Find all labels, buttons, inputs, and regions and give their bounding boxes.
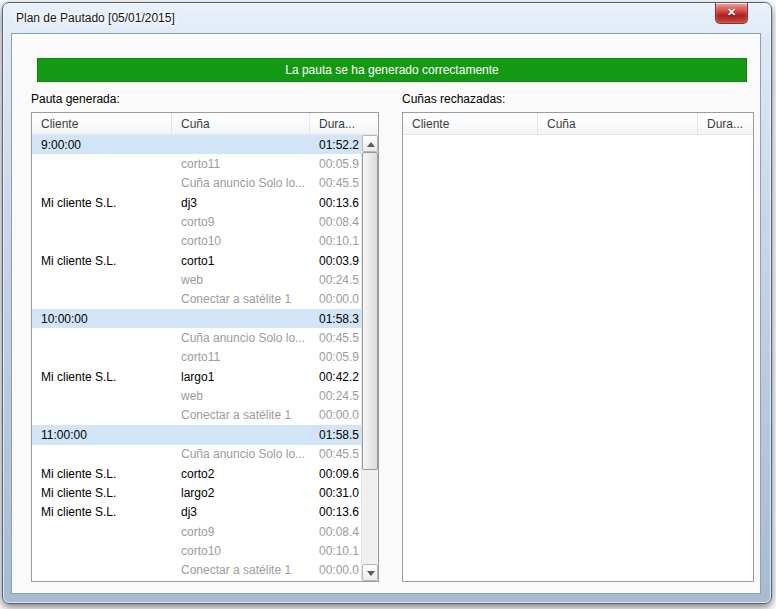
cell-cuna: corto9 bbox=[172, 525, 310, 539]
table-row[interactable]: corto9 00:08.4 bbox=[32, 212, 361, 231]
close-button[interactable]: ✕ bbox=[715, 3, 748, 24]
table-row[interactable]: 9:00:00 01:52.2 bbox=[32, 135, 361, 154]
table-row[interactable]: corto10 00:10.1 bbox=[32, 541, 361, 560]
table-row[interactable]: corto11 00:05.9 bbox=[32, 348, 361, 367]
column-header-cuna[interactable]: Cuña bbox=[172, 113, 310, 134]
table-row[interactable]: 11:00:00 01:58.5 bbox=[32, 425, 361, 444]
cell-cliente: Mi cliente S.L. bbox=[32, 370, 172, 384]
cell-duracion: 00:31.0 bbox=[310, 486, 361, 500]
cell-duracion: 00:45.5 bbox=[310, 447, 361, 461]
cell-cuna: dj3 bbox=[172, 505, 310, 519]
column-header-cliente[interactable]: Cliente bbox=[403, 113, 538, 134]
table-row[interactable]: Mi cliente S.L. largo2 00:31.0 bbox=[32, 483, 361, 502]
cell-cuna: Conectar a satélite 1 bbox=[172, 292, 310, 306]
cell-cliente: 10:00:00 bbox=[32, 312, 172, 326]
cell-cliente: 9:00:00 bbox=[32, 138, 172, 152]
cell-duracion: 00:13.6 bbox=[310, 505, 361, 519]
success-message: La pauta se ha generado correctamente bbox=[285, 63, 498, 77]
table-row[interactable]: web 00:24.5 bbox=[32, 386, 361, 405]
cell-cliente: Mi cliente S.L. bbox=[32, 505, 172, 519]
table-row[interactable]: Cuña anuncio Solo lo... 00:45.5 bbox=[32, 328, 361, 347]
cell-cuna: Cuña anuncio Solo lo... bbox=[172, 447, 310, 461]
cell-cuna: corto2 bbox=[172, 467, 310, 481]
table-row[interactable]: Conectar a satélite 1 00:00.0 bbox=[32, 406, 361, 425]
dialog-window: Plan de Pautado [05/01/2015] ✕ La pauta … bbox=[2, 2, 772, 604]
cell-duracion: 00:05.9 bbox=[310, 157, 361, 171]
cell-duracion: 00:42.2 bbox=[310, 370, 361, 384]
cell-duracion: 00:08.4 bbox=[310, 215, 361, 229]
cunas-rechazadas-table: Cliente Cuña Dura... bbox=[402, 112, 754, 582]
cunas-rechazadas-rows bbox=[403, 135, 753, 581]
table-row[interactable]: Conectar a satélite 1 00:00.0 bbox=[32, 561, 361, 580]
table-row[interactable]: Conectar a satélite 1 00:00.0 bbox=[32, 290, 361, 309]
cell-cliente: Mi cliente S.L. bbox=[32, 254, 172, 268]
titlebar[interactable]: Plan de Pautado [05/01/2015] ✕ bbox=[3, 3, 771, 33]
cell-duracion: 00:13.6 bbox=[310, 196, 361, 210]
cell-cuna: Conectar a satélite 1 bbox=[172, 408, 310, 422]
table-row[interactable]: Mi cliente S.L. corto2 00:09.6 bbox=[32, 464, 361, 483]
vertical-scrollbar[interactable] bbox=[361, 135, 378, 581]
table-row[interactable]: Mi cliente S.L. dj3 00:13.6 bbox=[32, 193, 361, 212]
cell-cuna: corto11 bbox=[172, 157, 310, 171]
cell-duracion: 00:03.9 bbox=[310, 254, 361, 268]
pauta-generada-header: Cliente Cuña Dura... bbox=[32, 113, 378, 135]
cell-cuna: corto1 bbox=[172, 254, 310, 268]
column-header-duracion[interactable]: Dura... bbox=[698, 113, 753, 134]
cell-cuna: corto11 bbox=[172, 350, 310, 364]
scroll-down-icon bbox=[367, 571, 375, 576]
table-row[interactable]: Mi cliente S.L. dj3 00:13.6 bbox=[32, 503, 361, 522]
cell-duracion: 00:10.1 bbox=[310, 234, 361, 248]
cell-duracion: 01:58.3 bbox=[310, 312, 361, 326]
cell-duracion: 00:45.5 bbox=[310, 176, 361, 190]
success-banner: La pauta se ha generado correctamente bbox=[37, 58, 747, 82]
cell-cuna: largo1 bbox=[172, 370, 310, 384]
cell-duracion: 00:00.0 bbox=[310, 292, 361, 306]
close-icon: ✕ bbox=[727, 6, 736, 18]
cell-cliente: Mi cliente S.L. bbox=[32, 196, 172, 210]
table-row[interactable]: Cuña anuncio Solo lo... 00:45.5 bbox=[32, 445, 361, 464]
cell-cuna: web bbox=[172, 273, 310, 287]
pauta-generada-label: Pauta generada: bbox=[31, 92, 120, 106]
cell-cuna: Cuña anuncio Solo lo... bbox=[172, 331, 310, 345]
table-row[interactable]: Mi cliente S.L. corto1 00:03.9 bbox=[32, 251, 361, 270]
cell-duracion: 00:00.0 bbox=[310, 563, 361, 577]
scroll-up-icon bbox=[367, 142, 375, 147]
column-header-cuna[interactable]: Cuña bbox=[538, 113, 698, 134]
cunas-rechazadas-label: Cuñas rechazadas: bbox=[402, 92, 505, 106]
cell-cuna: corto10 bbox=[172, 234, 310, 248]
cell-cuna: corto10 bbox=[172, 544, 310, 558]
column-header-duracion[interactable]: Dura... bbox=[310, 113, 378, 134]
cell-duracion: 00:05.9 bbox=[310, 350, 361, 364]
cell-cliente: 11:00:00 bbox=[32, 428, 172, 442]
client-area: La pauta se ha generado correctamente Pa… bbox=[11, 33, 761, 594]
cell-cuna: Cuña anuncio Solo lo... bbox=[172, 176, 310, 190]
cell-cuna: dj3 bbox=[172, 196, 310, 210]
cell-duracion: 00:08.4 bbox=[310, 525, 361, 539]
cell-duracion: 00:00.0 bbox=[310, 408, 361, 422]
column-header-cliente[interactable]: Cliente bbox=[32, 113, 172, 134]
scroll-up-button[interactable] bbox=[362, 135, 378, 152]
cell-cliente: Mi cliente S.L. bbox=[32, 467, 172, 481]
cell-duracion: 01:52.2 bbox=[310, 138, 361, 152]
table-row[interactable]: 10:00:00 01:58.3 bbox=[32, 309, 361, 328]
cell-duracion: 01:58.5 bbox=[310, 428, 361, 442]
cell-cuna: corto9 bbox=[172, 215, 310, 229]
cell-cuna: Conectar a satélite 1 bbox=[172, 563, 310, 577]
table-row[interactable]: corto10 00:10.1 bbox=[32, 232, 361, 251]
pauta-generada-table: Cliente Cuña Dura... 9:00:00 01:52.2 cor… bbox=[31, 112, 379, 582]
scroll-down-button[interactable] bbox=[362, 564, 378, 581]
table-row[interactable]: Cuña anuncio Solo lo... 00:45.5 bbox=[32, 174, 361, 193]
cunas-rechazadas-header: Cliente Cuña Dura... bbox=[403, 113, 753, 135]
table-row[interactable]: corto9 00:08.4 bbox=[32, 522, 361, 541]
table-row[interactable]: corto11 00:05.9 bbox=[32, 154, 361, 173]
cell-duracion: 00:09.6 bbox=[310, 467, 361, 481]
cell-duracion: 00:45.5 bbox=[310, 331, 361, 345]
window-title: Plan de Pautado [05/01/2015] bbox=[16, 11, 175, 25]
table-row[interactable]: Mi cliente S.L. largo1 00:42.2 bbox=[32, 367, 361, 386]
cell-duracion: 00:24.5 bbox=[310, 389, 361, 403]
cell-cliente: Mi cliente S.L. bbox=[32, 486, 172, 500]
cell-cuna: largo2 bbox=[172, 486, 310, 500]
scrollbar-thumb[interactable] bbox=[362, 152, 378, 470]
table-row[interactable]: web 00:24.5 bbox=[32, 270, 361, 289]
cell-duracion: 00:24.5 bbox=[310, 273, 361, 287]
